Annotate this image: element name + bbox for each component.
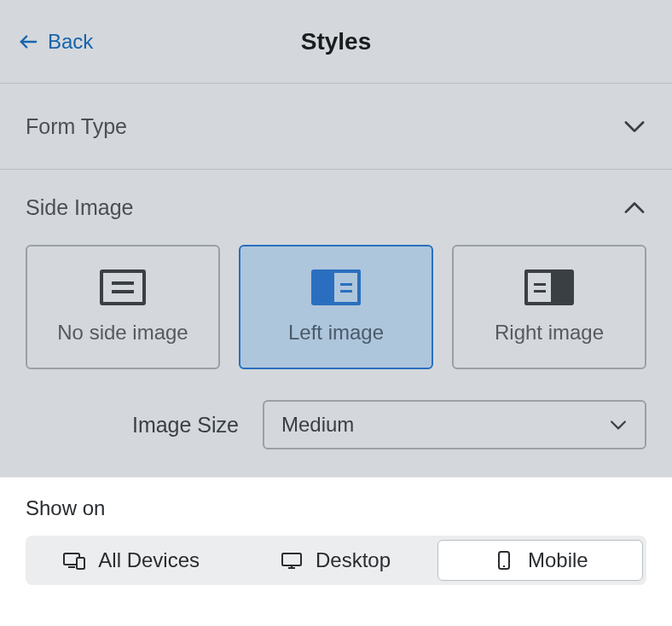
arrow-left-icon xyxy=(17,32,39,51)
image-size-row: Image Size Medium xyxy=(0,393,672,477)
side-image-options: No side image Left image Right image xyxy=(0,245,672,393)
page-title: Styles xyxy=(0,28,672,55)
section-side-image[interactable]: Side Image xyxy=(0,170,672,245)
section-side-image-label: Side Image xyxy=(26,195,133,220)
desktop-icon xyxy=(280,550,304,571)
seg-all-devices[interactable]: All Devices xyxy=(29,540,233,581)
option-no-side-image[interactable]: No side image xyxy=(26,245,220,369)
svg-rect-3 xyxy=(77,558,84,569)
seg-mobile[interactable]: Mobile xyxy=(437,540,643,581)
mobile-icon xyxy=(492,550,516,571)
show-on-label: Show on xyxy=(26,496,646,520)
back-button[interactable]: Back xyxy=(17,30,93,54)
seg-desktop-label: Desktop xyxy=(316,548,391,572)
option-left-image-label: Left image xyxy=(288,321,384,345)
show-on-segmented: All Devices Desktop Mobile xyxy=(26,536,646,585)
section-form-type[interactable]: Form Type xyxy=(0,84,672,170)
left-image-icon xyxy=(311,270,361,305)
right-image-icon xyxy=(524,270,574,305)
option-right-image[interactable]: Right image xyxy=(452,245,646,369)
seg-all-devices-label: All Devices xyxy=(98,548,200,572)
image-size-select[interactable]: Medium xyxy=(263,400,646,449)
image-size-value: Medium xyxy=(281,413,354,437)
image-size-label: Image Size xyxy=(132,413,239,438)
option-no-side-image-label: No side image xyxy=(57,321,188,345)
chevron-up-icon xyxy=(623,200,646,215)
chevron-down-icon xyxy=(609,419,628,431)
no-side-image-icon xyxy=(100,270,146,305)
svg-rect-4 xyxy=(282,554,301,565)
back-label: Back xyxy=(48,30,93,54)
option-right-image-label: Right image xyxy=(495,321,604,345)
devices-icon xyxy=(62,550,86,571)
option-left-image[interactable]: Left image xyxy=(239,245,433,369)
section-form-type-label: Form Type xyxy=(26,114,127,139)
seg-desktop[interactable]: Desktop xyxy=(233,540,437,581)
chevron-down-icon xyxy=(623,119,646,134)
show-on-panel: Show on All Devices Desktop Mobile xyxy=(0,477,672,626)
seg-mobile-label: Mobile xyxy=(528,548,588,572)
header-bar: Back Styles xyxy=(0,0,672,84)
